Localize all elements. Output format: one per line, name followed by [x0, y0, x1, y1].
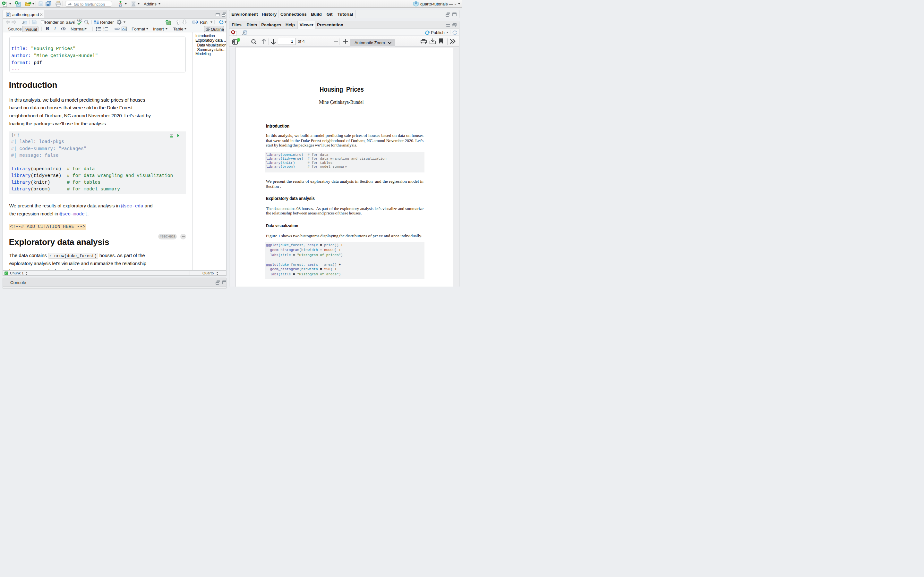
svg-text:R: R — [415, 2, 417, 5]
svg-text:C: C — [5, 272, 7, 275]
svg-text:1: 1 — [103, 27, 105, 29]
svg-text:2: 2 — [103, 29, 105, 31]
